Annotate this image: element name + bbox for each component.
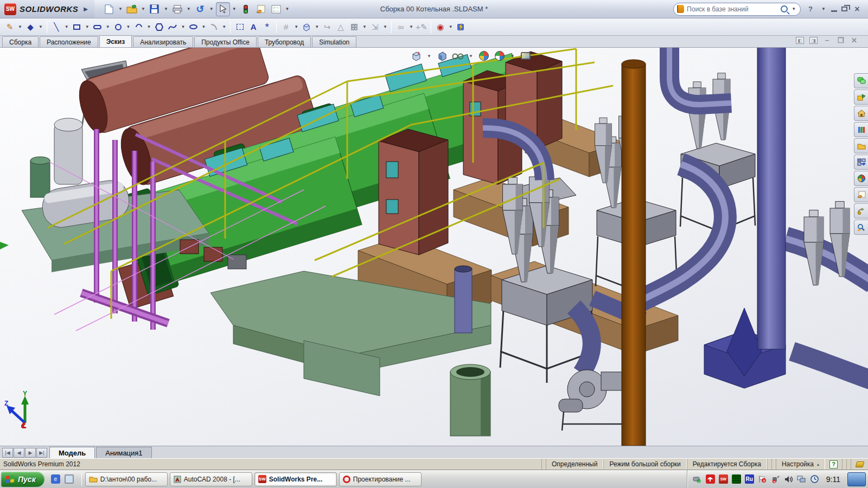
hide-show-items-icon[interactable] [452,50,464,62]
select-dropdown-caret[interactable]: ▼ [232,7,237,11]
file-properties-button[interactable] [254,2,268,16]
tab-sketch[interactable]: Эскиз [99,35,132,47]
instant3d-icon[interactable]: ◉ [434,21,447,34]
smart-dimension-icon[interactable]: ◆ [24,21,37,34]
open-dropdown-caret[interactable]: ▼ [141,7,145,11]
green-grid-icon[interactable] [732,474,741,484]
move-entities-icon[interactable]: ⇲ [368,21,381,34]
caret[interactable]: ▼ [85,24,90,29]
restore-button[interactable] [841,7,847,11]
draft-fans[interactable] [559,370,629,431]
graphics-viewport[interactable]: + ▼ ▼ ▼ Y Z [0,48,868,446]
tab-evaluate[interactable]: Анализировать [133,36,193,47]
caret[interactable]: ▼ [181,24,185,29]
add-relation-icon[interactable]: +✎ [415,21,428,34]
rectangle-icon[interactable] [71,21,84,34]
menu-expand-icon[interactable]: ▶ [81,6,90,12]
offset-icon[interactable]: ↪ [321,21,334,34]
caret[interactable]: ▼ [222,24,226,29]
taskbar-solidworks-window[interactable]: SW SolidWorks Pre... [254,472,337,486]
assembly-3d-scene[interactable] [0,48,868,446]
first-tab-button[interactable]: |◀ [2,448,13,458]
tab-simulation[interactable]: Simulation [312,36,356,47]
caret[interactable]: ▼ [362,24,367,29]
viewport-restore-button[interactable]: ❐ [837,37,845,44]
power-status-icon[interactable]: ✕ [771,474,780,484]
text-icon[interactable]: A [247,21,260,34]
tab-office-products[interactable]: Продукты Office [194,36,257,47]
animation-tab[interactable]: Анимация1 [96,447,151,458]
caret[interactable]: ▼ [383,24,387,29]
undo-button[interactable]: ↺ [193,2,207,16]
convert-entities-icon[interactable] [300,21,313,34]
select-button[interactable] [216,2,230,16]
taskbar-folder-window[interactable]: D:\антон\00 рабо... [85,472,168,486]
pane-left-button[interactable]: ◧ [796,37,804,44]
tab-layout[interactable]: Расположение [40,36,98,47]
new-dropdown-caret[interactable]: ▼ [118,7,123,11]
minimize-button[interactable] [831,10,837,12]
viewport-minimize-button[interactable]: − [823,37,831,44]
search-tools-tab[interactable] [854,220,868,235]
open-button[interactable] [125,2,139,16]
caret[interactable]: ▼ [126,24,131,29]
view-palette-tab[interactable] [854,155,868,170]
caret[interactable]: ▼ [39,24,43,29]
apply-scene-icon[interactable] [494,50,506,62]
cyclone-group-near[interactable] [500,170,595,383]
polygon-icon[interactable] [152,21,165,34]
ellipse-icon[interactable] [187,21,200,34]
safely-remove-icon[interactable]: ✓ [693,474,702,484]
caret[interactable]: ▼ [409,24,413,29]
language-indicator[interactable]: Ru [745,474,754,484]
pack-and-go-tab[interactable] [854,203,868,219]
caret[interactable]: ▼ [294,24,298,29]
mirror-icon[interactable]: △ [334,21,347,34]
point-icon[interactable]: * [260,21,273,34]
view-settings-icon[interactable] [520,50,532,62]
help-button[interactable]: ? [805,5,816,13]
spline-icon[interactable] [166,21,179,34]
start-button[interactable]: Пуск [1,472,44,487]
caret[interactable]: ▼ [106,24,110,29]
search-icon[interactable] [781,5,788,12]
prev-tab-button[interactable]: ◀ [14,448,24,458]
appearances-tab[interactable] [854,171,868,186]
viewport-close-button[interactable]: ✕ [850,37,858,44]
solidworks-resources-tab[interactable] [854,73,868,88]
edit-appearance-icon[interactable] [478,50,490,62]
construction-frame-icon[interactable] [233,21,246,34]
save-dropdown-caret[interactable]: ▼ [164,7,168,11]
new-document-button[interactable] [102,2,116,16]
slot-icon[interactable] [91,21,104,34]
line-icon[interactable]: ╲ [50,21,63,34]
options-dropdown-caret[interactable]: ▼ [285,7,290,11]
caret[interactable]: ▼ [427,54,431,59]
home-tab[interactable] [854,106,868,121]
solidworks-tray-icon[interactable]: SW [719,474,728,484]
caret[interactable]: ▼ [65,24,69,29]
caret[interactable]: ▼ [201,24,206,29]
brown-chimney[interactable] [622,60,646,446]
custom-properties-tab[interactable] [854,187,868,202]
quick-snaps-icon[interactable] [455,21,468,34]
trim-icon[interactable]: # [279,21,292,34]
folder-tab[interactable] [854,138,868,153]
knowledge-search[interactable]: ▼ [673,3,801,16]
tab-routing[interactable]: Трубопровод [258,36,311,47]
caret[interactable]: ▼ [147,24,151,29]
help-dropdown-caret[interactable]: ▼ [821,7,826,11]
caret[interactable]: ▼ [449,24,453,29]
edit-component-icon[interactable]: + [410,50,422,62]
sketch-pencil-icon[interactable]: ✎ [3,21,16,34]
tab-assembly[interactable]: Сборка [2,36,39,47]
quick-launch-ie-icon[interactable]: e [51,474,60,484]
clock[interactable]: 9:11 [823,475,844,484]
arc-icon[interactable] [132,21,145,34]
pane-right-button[interactable]: ◨ [809,37,818,44]
volume-icon[interactable] [784,474,793,484]
fillet-icon[interactable] [207,21,220,34]
solidworks-menu-button[interactable]: SW SOLIDWORKS ▶ [0,0,94,18]
options-button[interactable]: ✓—✓— [269,2,283,16]
circle-icon[interactable] [112,21,125,34]
